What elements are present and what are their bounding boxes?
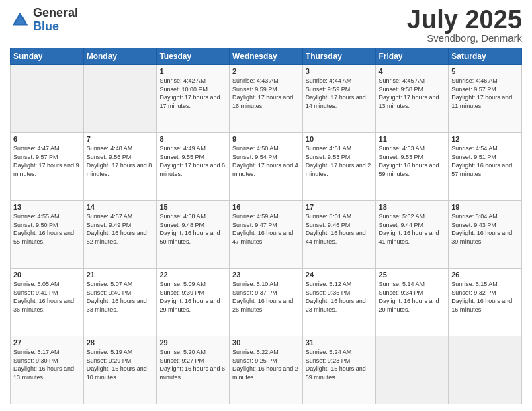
day-info: Sunrise: 4:49 AM Sunset: 9:55 PM Dayligh… <box>159 144 226 178</box>
logo: General Blue <box>10 7 78 34</box>
calendar-cell: 2Sunrise: 4:43 AM Sunset: 9:59 PM Daylig… <box>230 65 303 133</box>
day-info: Sunrise: 5:20 AM Sunset: 9:27 PM Dayligh… <box>159 348 226 381</box>
calendar-cell: 26Sunrise: 5:15 AM Sunset: 9:32 PM Dayli… <box>449 269 522 336</box>
calendar-cell: 31Sunrise: 5:24 AM Sunset: 9:23 PM Dayli… <box>302 336 375 404</box>
day-info: Sunrise: 5:15 AM Sunset: 9:32 PM Dayligh… <box>451 280 519 314</box>
calendar-cell: 1Sunrise: 4:42 AM Sunset: 10:00 PM Dayli… <box>157 65 230 133</box>
day-info: Sunrise: 5:01 AM Sunset: 9:46 PM Dayligh… <box>306 212 373 246</box>
day-info: Sunrise: 4:53 AM Sunset: 9:53 PM Dayligh… <box>379 144 446 178</box>
day-header-saturday: Saturday <box>449 48 522 65</box>
day-number: 1 <box>159 67 226 75</box>
calendar-cell: 10Sunrise: 4:51 AM Sunset: 9:53 PM Dayli… <box>302 133 375 201</box>
day-number: 27 <box>13 338 81 347</box>
calendar-cell: 5Sunrise: 4:46 AM Sunset: 9:57 PM Daylig… <box>449 65 522 133</box>
logo-text: General Blue <box>33 7 78 34</box>
day-number: 18 <box>379 203 446 211</box>
day-info: Sunrise: 5:09 AM Sunset: 9:39 PM Dayligh… <box>159 280 226 314</box>
day-info: Sunrise: 5:02 AM Sunset: 9:44 PM Dayligh… <box>379 212 446 246</box>
day-number: 29 <box>159 338 226 347</box>
day-number: 7 <box>87 135 154 143</box>
day-number: 6 <box>13 135 81 143</box>
calendar-cell <box>11 65 84 133</box>
day-number: 17 <box>306 203 373 211</box>
day-number: 4 <box>379 67 446 75</box>
day-info: Sunrise: 5:05 AM Sunset: 9:41 PM Dayligh… <box>13 280 81 314</box>
day-number: 24 <box>306 271 373 279</box>
calendar-week-3: 13Sunrise: 4:55 AM Sunset: 9:50 PM Dayli… <box>11 201 522 269</box>
day-header-wednesday: Wednesday <box>230 48 303 65</box>
day-number: 12 <box>451 135 519 143</box>
calendar-cell: 19Sunrise: 5:04 AM Sunset: 9:43 PM Dayli… <box>449 201 522 269</box>
day-header-sunday: Sunday <box>11 48 84 65</box>
calendar-cell: 12Sunrise: 4:54 AM Sunset: 9:51 PM Dayli… <box>449 133 522 201</box>
day-info: Sunrise: 5:17 AM Sunset: 9:30 PM Dayligh… <box>13 348 81 381</box>
day-number: 19 <box>451 203 519 211</box>
day-info: Sunrise: 4:47 AM Sunset: 9:57 PM Dayligh… <box>13 144 81 178</box>
location: Svendborg, Denmark <box>407 32 522 44</box>
day-info: Sunrise: 4:58 AM Sunset: 9:48 PM Dayligh… <box>159 212 226 246</box>
day-info: Sunrise: 4:57 AM Sunset: 9:49 PM Dayligh… <box>87 212 154 246</box>
page: General Blue July 2025 Svendborg, Denmar… <box>0 0 532 411</box>
day-info: Sunrise: 4:50 AM Sunset: 9:54 PM Dayligh… <box>232 144 300 178</box>
calendar-cell: 8Sunrise: 4:49 AM Sunset: 9:55 PM Daylig… <box>157 133 230 201</box>
day-number: 10 <box>306 135 373 143</box>
calendar-cell: 7Sunrise: 4:48 AM Sunset: 9:56 PM Daylig… <box>83 133 157 201</box>
day-info: Sunrise: 4:59 AM Sunset: 9:47 PM Dayligh… <box>232 212 300 246</box>
calendar-header-row: SundayMondayTuesdayWednesdayThursdayFrid… <box>11 48 522 65</box>
calendar-cell: 16Sunrise: 4:59 AM Sunset: 9:47 PM Dayli… <box>230 201 303 269</box>
day-info: Sunrise: 5:10 AM Sunset: 9:37 PM Dayligh… <box>232 280 300 314</box>
day-number: 16 <box>232 203 300 211</box>
calendar-cell: 13Sunrise: 4:55 AM Sunset: 9:50 PM Dayli… <box>11 201 84 269</box>
day-number: 11 <box>379 135 446 143</box>
day-number: 2 <box>232 67 300 75</box>
calendar-cell: 21Sunrise: 5:07 AM Sunset: 9:40 PM Dayli… <box>83 269 157 336</box>
calendar-cell: 22Sunrise: 5:09 AM Sunset: 9:39 PM Dayli… <box>157 269 230 336</box>
calendar-cell: 6Sunrise: 4:47 AM Sunset: 9:57 PM Daylig… <box>11 133 84 201</box>
day-number: 21 <box>87 271 154 279</box>
day-number: 22 <box>159 271 226 279</box>
calendar-cell <box>83 65 157 133</box>
logo-icon <box>10 10 30 30</box>
calendar-cell: 27Sunrise: 5:17 AM Sunset: 9:30 PM Dayli… <box>11 336 84 404</box>
day-info: Sunrise: 4:43 AM Sunset: 9:59 PM Dayligh… <box>232 77 300 110</box>
day-number: 25 <box>379 271 446 279</box>
day-header-friday: Friday <box>375 48 449 65</box>
calendar-week-1: 1Sunrise: 4:42 AM Sunset: 10:00 PM Dayli… <box>11 65 522 133</box>
day-number: 20 <box>13 271 81 279</box>
day-info: Sunrise: 5:22 AM Sunset: 9:25 PM Dayligh… <box>232 348 300 381</box>
calendar-cell: 11Sunrise: 4:53 AM Sunset: 9:53 PM Dayli… <box>375 133 449 201</box>
calendar-week-4: 20Sunrise: 5:05 AM Sunset: 9:41 PM Dayli… <box>11 269 522 336</box>
calendar-cell: 14Sunrise: 4:57 AM Sunset: 9:49 PM Dayli… <box>83 201 157 269</box>
day-number: 30 <box>232 338 300 347</box>
day-number: 5 <box>451 67 519 75</box>
logo-blue: Blue <box>33 19 59 33</box>
day-info: Sunrise: 4:42 AM Sunset: 10:00 PM Daylig… <box>159 77 226 110</box>
day-info: Sunrise: 4:55 AM Sunset: 9:50 PM Dayligh… <box>13 212 81 246</box>
day-number: 9 <box>232 135 300 143</box>
calendar-cell: 24Sunrise: 5:12 AM Sunset: 9:35 PM Dayli… <box>302 269 375 336</box>
day-info: Sunrise: 4:48 AM Sunset: 9:56 PM Dayligh… <box>87 144 154 178</box>
day-info: Sunrise: 4:54 AM Sunset: 9:51 PM Dayligh… <box>451 144 519 178</box>
day-number: 26 <box>451 271 519 279</box>
calendar-cell: 18Sunrise: 5:02 AM Sunset: 9:44 PM Dayli… <box>375 201 449 269</box>
day-header-thursday: Thursday <box>302 48 375 65</box>
calendar-cell: 30Sunrise: 5:22 AM Sunset: 9:25 PM Dayli… <box>230 336 303 404</box>
calendar-cell <box>375 336 449 404</box>
calendar-cell: 29Sunrise: 5:20 AM Sunset: 9:27 PM Dayli… <box>157 336 230 404</box>
day-number: 28 <box>87 338 154 347</box>
calendar-week-5: 27Sunrise: 5:17 AM Sunset: 9:30 PM Dayli… <box>11 336 522 404</box>
day-number: 31 <box>306 338 373 347</box>
calendar-cell: 20Sunrise: 5:05 AM Sunset: 9:41 PM Dayli… <box>11 269 84 336</box>
logo-general: General <box>33 6 78 19</box>
calendar-cell: 9Sunrise: 4:50 AM Sunset: 9:54 PM Daylig… <box>230 133 303 201</box>
calendar-cell: 4Sunrise: 4:45 AM Sunset: 9:58 PM Daylig… <box>375 65 449 133</box>
day-info: Sunrise: 5:14 AM Sunset: 9:34 PM Dayligh… <box>379 280 446 314</box>
calendar: SundayMondayTuesdayWednesdayThursdayFrid… <box>10 48 522 404</box>
month-title: July 2025 <box>407 7 522 32</box>
calendar-cell: 28Sunrise: 5:19 AM Sunset: 9:29 PM Dayli… <box>83 336 157 404</box>
day-info: Sunrise: 5:04 AM Sunset: 9:43 PM Dayligh… <box>451 212 519 246</box>
day-info: Sunrise: 4:45 AM Sunset: 9:58 PM Dayligh… <box>379 77 446 110</box>
day-info: Sunrise: 5:12 AM Sunset: 9:35 PM Dayligh… <box>306 280 373 314</box>
calendar-cell: 17Sunrise: 5:01 AM Sunset: 9:46 PM Dayli… <box>302 201 375 269</box>
calendar-cell: 25Sunrise: 5:14 AM Sunset: 9:34 PM Dayli… <box>375 269 449 336</box>
